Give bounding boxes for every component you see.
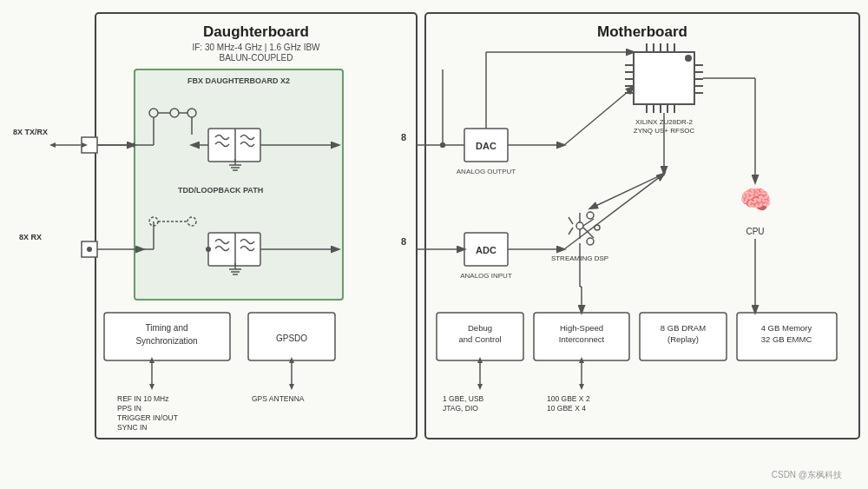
- number-8-top: 8: [401, 132, 406, 142]
- cpu-icon: 🧠: [740, 184, 773, 215]
- watermark: CSDN @东枫科技: [772, 470, 842, 479]
- svg-point-96: [595, 225, 600, 230]
- svg-rect-64: [634, 52, 694, 104]
- dram-label1: 8 GB DRAM: [661, 323, 706, 333]
- daughterboard-subtitle2: BALUN-COUPLED: [219, 53, 293, 63]
- rx-label: 8X RX: [19, 233, 42, 241]
- diagram-container: Daughterboard IF: 30 MHz-4 GHz | 1.6 GHz…: [0, 0, 868, 489]
- highspeed-label1: High-Speed: [560, 323, 603, 333]
- gpsdo-label: GPSDO: [276, 334, 307, 343]
- cpu-label: CPU: [746, 227, 764, 236]
- svg-marker-49: [149, 357, 155, 363]
- bottom-trigger-label: TRIGGER IN/OUT: [117, 413, 178, 422]
- motherboard-title: Motherboard: [597, 23, 687, 40]
- svg-rect-102: [534, 313, 629, 360]
- svg-line-88: [564, 174, 664, 249]
- svg-marker-106: [477, 384, 483, 390]
- jtag-label: JTAG, DIO: [443, 404, 478, 413]
- daughterboard-subtitle1: IF: 30 MHz-4 GHz | 1.6 GHz IBW: [192, 43, 320, 52]
- svg-line-95: [583, 228, 594, 238]
- svg-marker-107: [477, 357, 483, 363]
- svg-rect-58: [464, 129, 508, 162]
- debug-label2: and Control: [458, 334, 501, 344]
- svg-rect-46: [248, 313, 335, 360]
- bottom-pps-label: PPS IN: [117, 404, 141, 413]
- svg-marker-14: [82, 142, 88, 148]
- analog-output-label: ANALOG OUTPUT: [457, 168, 516, 175]
- svg-rect-37: [208, 233, 260, 266]
- memory-label1: 4 GB Memory: [761, 323, 812, 333]
- fpga-label1: XILINX ZU28DR-2: [635, 118, 693, 126]
- svg-rect-5: [82, 241, 97, 257]
- highspeed-label2: Interconnect: [559, 334, 605, 344]
- fbx-title: FBX DAUGHTERBOARD X2: [187, 76, 290, 85]
- svg-rect-24: [208, 129, 260, 162]
- svg-rect-103: [640, 313, 727, 360]
- svg-marker-51: [289, 384, 294, 390]
- dram-label2: (Replay): [667, 334, 699, 344]
- debug-label1: Debug: [468, 323, 492, 333]
- bottom-ref-label: REF IN 10 MHz: [117, 394, 169, 403]
- svg-rect-0: [95, 13, 417, 439]
- svg-rect-1: [135, 69, 343, 300]
- adc-label: ADC: [476, 245, 496, 255]
- svg-marker-48: [149, 384, 155, 390]
- svg-rect-53: [425, 13, 859, 439]
- svg-point-6: [87, 247, 92, 252]
- svg-rect-101: [437, 313, 523, 360]
- svg-marker-109: [579, 384, 584, 390]
- svg-marker-23: [128, 142, 135, 148]
- bottom-sync-label: SYNC IN: [117, 423, 147, 432]
- svg-point-93: [587, 238, 594, 245]
- number-8-bottom: 8: [401, 236, 406, 247]
- svg-line-62: [564, 87, 634, 145]
- svg-line-87: [590, 174, 664, 208]
- 10gbe-label: 10 GBE X 4: [547, 404, 586, 413]
- svg-line-98: [569, 228, 573, 235]
- svg-point-15: [149, 109, 158, 117]
- daughterboard-title: Daughterboard: [203, 23, 309, 40]
- memory-label2: 32 GB EMMC: [761, 334, 812, 344]
- tx-rx-label: 8X TX/RX: [13, 128, 48, 136]
- svg-rect-2: [82, 137, 97, 153]
- svg-marker-110: [579, 357, 584, 363]
- dac-label: DAC: [476, 141, 496, 151]
- svg-point-43: [206, 247, 211, 252]
- svg-point-117: [440, 142, 445, 148]
- svg-rect-104: [737, 313, 837, 360]
- svg-point-85: [685, 55, 692, 62]
- fpga-label2: ZYNQ US+ RFSOC: [634, 127, 695, 135]
- svg-point-32: [149, 217, 158, 226]
- svg-point-91: [587, 212, 594, 219]
- gps-antenna-label: GPS ANTENNA: [252, 394, 305, 403]
- 100gbe-label: 100 GBE X 2: [547, 394, 590, 403]
- timing-sync-label1: Timing and: [145, 323, 187, 333]
- svg-rect-59: [464, 233, 508, 266]
- svg-rect-45: [104, 313, 230, 360]
- gbe-usb-label: 1 GBE, USB: [443, 394, 484, 403]
- svg-marker-13: [49, 142, 56, 148]
- svg-point-17: [170, 109, 179, 117]
- analog-input-label: ANALOG INPUT: [460, 272, 512, 280]
- svg-marker-52: [289, 357, 294, 363]
- svg-point-34: [187, 217, 196, 226]
- svg-point-19: [187, 109, 196, 117]
- dsp-label: STREAMING DSP: [551, 254, 608, 262]
- svg-line-97: [569, 217, 573, 224]
- tdd-label: TDD/LOOPBACK PATH: [178, 186, 263, 195]
- svg-line-94: [583, 219, 594, 226]
- svg-point-89: [576, 222, 583, 229]
- timing-sync-label2: Synchronization: [135, 336, 197, 346]
- svg-point-56: [440, 142, 445, 148]
